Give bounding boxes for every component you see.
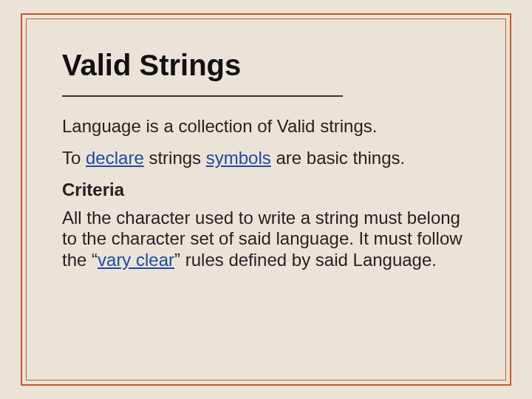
link-declare[interactable]: declare [86, 148, 144, 168]
text-fragment: strings [144, 148, 206, 168]
slide-inner-border: Valid Strings Language is a collection o… [26, 18, 506, 381]
text-fragment: ” rules defined by said Language. [174, 250, 437, 270]
link-symbols[interactable]: symbols [206, 148, 271, 168]
link-vary-clear[interactable]: vary clear [98, 250, 174, 270]
paragraph-declare: To declare strings symbols are basic thi… [62, 148, 470, 169]
slide-outer-border: Valid Strings Language is a collection o… [21, 13, 511, 386]
text-fragment: To [62, 148, 86, 168]
text-fragment: are basic things. [271, 148, 405, 168]
title-divider [62, 95, 343, 97]
paragraph-criteria: All the character used to write a string… [62, 208, 470, 271]
slide-title: Valid Strings [62, 49, 470, 82]
subheading-criteria: Criteria [62, 180, 470, 200]
paragraph-intro: Language is a collection of Valid string… [62, 116, 470, 137]
